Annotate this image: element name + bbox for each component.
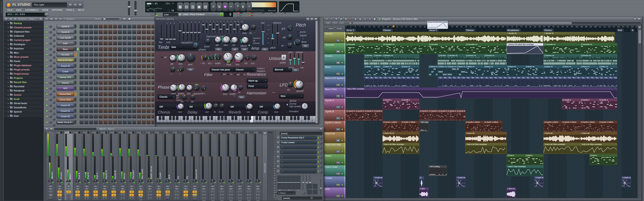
step-cell[interactable] <box>80 47 84 51</box>
step-cell[interactable] <box>142 114 146 118</box>
step-cell[interactable] <box>123 109 127 113</box>
pluck-knob[interactable] <box>241 36 249 44</box>
step-cell[interactable] <box>80 86 84 90</box>
step-cell[interactable] <box>137 97 141 101</box>
strip-save-button[interactable]: 🖫 <box>75 197 80 200</box>
step-cell[interactable] <box>89 109 93 113</box>
playlist-clip[interactable]: ⊦ Vocals #3 <box>544 32 615 43</box>
step-cell[interactable] <box>89 30 93 34</box>
step-cell[interactable] <box>104 69 108 73</box>
step-cell[interactable] <box>152 92 154 96</box>
playlist-clip[interactable]: ❏ Drums #3 <box>580 54 617 65</box>
playlist-clip[interactable]: ◝ Bass LF... <box>506 76 511 87</box>
drum-icon[interactable]: ▦ <box>336 61 340 64</box>
mixer-strip-synth-b[interactable]: INS7Synth B⇅◂▸FX◷🖫 <box>109 131 118 201</box>
expand-arrow-icon[interactable]: ▸ <box>8 48 9 50</box>
channel-mute-led[interactable] <box>77 99 78 100</box>
channel-pan-knob[interactable] <box>49 121 52 124</box>
strip-fx-button[interactable]: FX <box>220 191 224 193</box>
step-cell[interactable] <box>132 114 136 118</box>
vel-button[interactable]: VEL <box>292 68 299 72</box>
playlist-clip[interactable]: ◝ Bass LF... <box>438 76 442 87</box>
playlist-clip[interactable]: ❏ Drums #3 <box>484 54 507 65</box>
browser-item-plugin-presets[interactable]: ▸Plugin presets <box>4 68 43 72</box>
delay-time-knob[interactable] <box>220 104 224 109</box>
mute-tool-button[interactable]: 🔇 <box>349 17 352 21</box>
phaser-ofs-knob[interactable] <box>186 84 193 91</box>
step-cell[interactable] <box>128 58 132 62</box>
option-led[interactable] <box>234 74 236 76</box>
step-cell[interactable] <box>152 24 154 28</box>
playlist-clip[interactable]: ❏ Synth A <box>382 99 401 110</box>
step-cell[interactable] <box>146 69 151 73</box>
step-cell[interactable] <box>137 52 141 56</box>
step-cell[interactable] <box>99 92 103 96</box>
step-cell[interactable] <box>137 36 141 40</box>
playlist-clip[interactable]: ◝ Bass LF... <box>456 76 461 87</box>
step-cell[interactable] <box>132 52 136 56</box>
step-cell[interactable] <box>152 109 154 113</box>
step-cell[interactable] <box>142 75 146 79</box>
step-cell[interactable] <box>94 109 98 113</box>
playlist-clip[interactable]: ◝ Bass LF... <box>479 76 484 87</box>
strip-separation-button[interactable]: ◂▸ <box>48 188 53 190</box>
step-cell[interactable] <box>108 114 112 118</box>
strip-save-button[interactable]: 🖫 <box>148 197 152 200</box>
step-cell[interactable] <box>80 69 84 73</box>
strip-record-clock-button[interactable]: ◷ <box>202 194 206 197</box>
option-led[interactable] <box>250 43 252 44</box>
channel-button[interactable]: Radio Vocal D... <box>56 120 74 124</box>
strip-stereo-knob[interactable] <box>157 183 160 185</box>
step-cell[interactable] <box>80 114 84 118</box>
loop-record-icon[interactable]: R↻ <box>271 12 276 14</box>
vocoder-icon[interactable]: ⌨ <box>336 50 340 53</box>
step-cell[interactable] <box>113 58 117 62</box>
playlist-clip[interactable]: ❏ Synth B <box>346 110 355 121</box>
expand-arrow-icon[interactable]: ▸ <box>8 102 9 104</box>
step-cell[interactable] <box>113 86 117 90</box>
step-cell[interactable] <box>94 103 98 107</box>
step-cell[interactable] <box>104 86 108 90</box>
mixer-strip-insert-20[interactable]: INS20⇅◂▸FX◷🖫 <box>226 131 235 201</box>
playlist-lane-bass-lfo-speed[interactable]: ◝ Bass LF...◝ Bass LF...◝ Bass LF...◝ Ba… <box>346 76 637 88</box>
playlist-clip[interactable]: ⊦ Pad A+B <box>465 132 507 143</box>
strip-stereo-knob[interactable] <box>139 183 142 185</box>
menu-view[interactable]: VIEW <box>40 8 50 12</box>
fx-slot-enable-led[interactable] <box>318 161 319 163</box>
menu-tools[interactable]: TOOLS <box>64 8 76 12</box>
playlist-clip[interactable]: ◝ Bass LF... <box>484 76 488 87</box>
playlist-clip[interactable]: ◝ Bass LF... <box>571 76 576 87</box>
step-cell[interactable] <box>99 86 103 90</box>
step-cell[interactable] <box>142 52 146 56</box>
fx-slot-name[interactable]: 4 <box>280 150 317 154</box>
browser-item-plugin-database[interactable]: ▸Plugin database <box>4 63 43 68</box>
sub-slider-1[interactable] <box>166 25 168 40</box>
step-cell[interactable] <box>104 114 108 118</box>
step-cell[interactable] <box>89 24 93 28</box>
playlist-restore-button[interactable]: □ <box>633 18 637 20</box>
channel-enable-led[interactable] <box>46 121 48 124</box>
channel-enable-led[interactable] <box>46 48 48 50</box>
track-mute-led[interactable] <box>341 195 343 197</box>
browser-item-recorded[interactable]: ▸Recorded <box>4 84 43 89</box>
channel-enable-led[interactable] <box>46 115 48 118</box>
step-cell[interactable] <box>128 103 132 107</box>
step-cell[interactable] <box>84 81 88 85</box>
step-cell[interactable] <box>152 64 154 68</box>
mixer-strip-bass[interactable]: ▼INS2Bass⇅◂▸FX◷🖫 <box>64 131 73 201</box>
strip-save-button[interactable]: 🖫 <box>220 197 224 200</box>
strip-stereo-knob[interactable] <box>58 183 61 185</box>
step-cell[interactable] <box>94 36 98 40</box>
playlist-clip[interactable]: ⊦ Pad A+B <box>580 132 617 143</box>
channel-button[interactable]: Last Synth <box>56 36 74 40</box>
channel-mute-led[interactable] <box>77 31 78 33</box>
reverb-selector[interactable]: Off▾ <box>229 104 248 109</box>
strip-pan-knob[interactable] <box>219 179 225 182</box>
track-mute-led[interactable] <box>341 173 343 175</box>
step-cell[interactable] <box>99 30 103 34</box>
strip-fx-button[interactable]: FX <box>102 191 107 193</box>
option-led[interactable] <box>250 38 252 39</box>
step-cell[interactable] <box>132 97 136 101</box>
fx-slot-enable-led[interactable] <box>318 170 319 172</box>
expand-arrow-icon[interactable]: ▸ <box>8 77 9 79</box>
